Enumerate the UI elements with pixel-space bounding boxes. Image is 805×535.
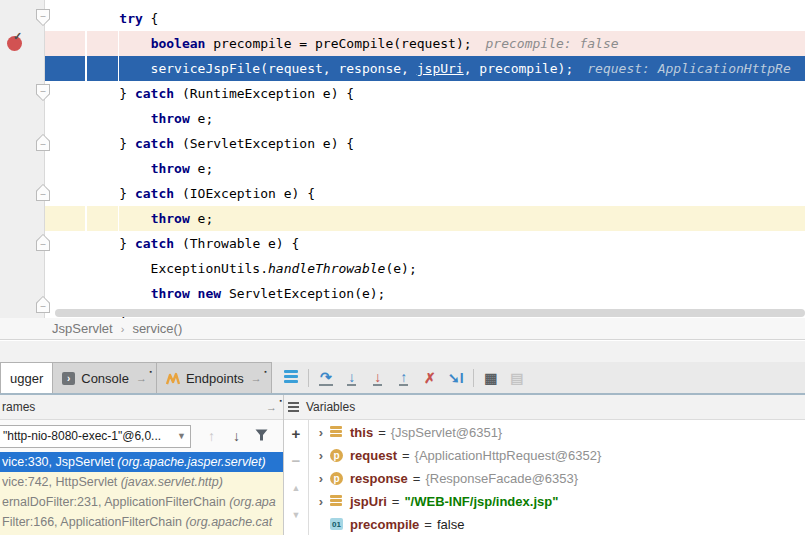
code-line[interactable]: boolean precompile = preCompile(request)… [88,31,805,56]
code-line[interactable]: throw e; [88,156,805,181]
hamburger-menu-icon[interactable] [278,368,304,388]
fold-marker-icon[interactable]: – [36,84,50,101]
fold-marker-icon[interactable]: – [36,234,50,251]
stack-frame-row[interactable]: Filter:166, ApplicationFilterChain (org.… [0,512,283,532]
fold-marker-icon[interactable]: – [36,134,50,151]
code-text: boolean [151,36,206,51]
variable-row[interactable]: ›jspUri="/WEB-INF/jsp/index.jsp" [309,490,805,513]
debug-panels: rames →▪ "http-nio-8080-exec-1"@6,0... ▼… [0,395,805,535]
frames-panel: rames →▪ "http-nio-8080-exec-1"@6,0... ▼… [0,395,283,535]
frame-package: (org.apache.jasper.servlet) [117,455,265,469]
breadcrumb-item[interactable]: service() [132,321,182,336]
equals-sign: = [402,448,410,463]
tab-ugger[interactable]: ugger [0,362,53,393]
variable-row[interactable]: ›prequest={ApplicationHttpRequest@6352} [309,444,805,467]
variable-value: {JspServlet@6351} [391,425,503,440]
frame-up-icon[interactable]: ↑ [199,428,224,444]
code-editor[interactable]: ✓ –––––– try { boolean precompile = preC… [0,0,805,318]
expand-chevron-icon[interactable]: › [313,425,329,440]
equals-sign: = [378,425,386,440]
code-text: } [88,236,135,251]
variable-row[interactable]: ›this={JspServlet@6351} [309,421,805,444]
code-line[interactable]: } catch (RuntimeException e) { [88,81,805,106]
tab-console[interactable]: ›Console→▪ [53,362,157,393]
equals-sign: = [392,494,400,509]
thread-selector-dropdown[interactable]: "http-nio-8080-exec-1"@6,0... ▼ [0,425,191,448]
navigate-up-icon[interactable]: ▲ [284,474,308,501]
code-text: catch [135,136,174,151]
stack-frame-row[interactable]: vice:742, HttpServlet (javax.servlet.htt… [0,472,283,492]
navigate-down-icon[interactable]: ▼ [284,501,308,528]
variable-row[interactable]: 01precompile=false [309,513,805,535]
code-text: handleThrowable [268,261,385,276]
layout-settings-icon[interactable]: ▤ [504,370,530,386]
breadcrumb-item[interactable]: JspServlet [52,321,113,336]
stack-frame-row[interactable]: vice:330, JspServlet (org.apache.jasper.… [0,452,283,472]
stack-frame-row[interactable]: ernalDoFilter:231, ApplicationFilterChai… [0,492,283,512]
add-watch-icon[interactable]: + [284,420,308,447]
code-line[interactable]: throw new ServletException(e); [88,281,805,306]
code-line[interactable]: throw e; [88,206,805,231]
variable-value: false [437,517,464,532]
code-text: (ServletException e) { [174,136,354,151]
tab-label: Endpoints [186,371,244,386]
variables-panel-header: Variables [284,395,805,420]
step-out-icon[interactable]: ↑ [391,369,417,386]
code-text: ServletException(e); [221,286,385,301]
code-text: throw [151,161,190,176]
frame-down-icon[interactable]: ↓ [224,428,249,444]
variable-name: precompile [350,517,419,532]
code-line[interactable]: try { [88,6,805,31]
fold-marker-icon[interactable]: – [36,296,50,313]
frames-panel-header: rames →▪ [0,395,283,420]
force-step-into-icon[interactable]: ↓ [365,369,391,386]
tab-endpoints[interactable]: Endpoints→▪ [157,362,272,393]
code-line[interactable]: } catch (Throwable e) { [88,231,805,256]
frame-package: (javax.servlet.http) [121,475,223,489]
code-text: e; [190,161,213,176]
expand-chevron-icon[interactable]: › [313,471,329,486]
tab-dock-indicator-icon: →▪ [136,372,147,384]
variable-name: this [350,425,373,440]
variable-name: request [350,448,397,463]
remove-watch-icon[interactable]: − [284,447,308,474]
frame-package: (org.apa [229,495,276,509]
code-text [88,111,151,126]
step-over-icon[interactable]: ↷ [313,369,339,386]
code-text: new [198,286,221,301]
field-icon [329,495,344,508]
expand-chevron-icon[interactable]: › [313,448,329,463]
frame-location: ernalDoFilter:231, ApplicationFilterChai… [2,495,229,509]
code-line[interactable]: ExceptionUtils.handleThrowable(e); [88,256,805,281]
code-text: throw [151,286,190,301]
frame-location: Filter:166, ApplicationFilterChain [2,515,185,529]
frames-header-arrow-icon[interactable]: →▪ [266,401,277,413]
fold-marker-icon[interactable]: – [36,184,50,201]
param-icon: p [329,472,344,485]
expand-chevron-icon[interactable]: › [313,494,329,509]
variables-menu-icon[interactable] [288,400,299,414]
code-text: } [88,86,135,101]
evaluate-expression-icon[interactable]: ▦ [478,370,504,386]
filter-frames-icon[interactable] [249,428,274,444]
code-line[interactable]: } catch (ServletException e) { [88,131,805,156]
variable-row[interactable]: ›presponse={ResponseFacade@6353} [309,467,805,490]
code-text: throw [151,111,190,126]
fold-marker-icon[interactable]: – [36,9,50,26]
code-text: (IOException e) { [174,186,315,201]
editor-horizontal-scrollbar[interactable] [55,309,805,317]
param-icon: p [329,449,344,462]
variable-value: {ApplicationHttpRequest@6352} [415,448,602,463]
code-text: { [143,11,159,26]
run-to-cursor-icon[interactable]: ➘I [443,370,469,386]
step-into-icon[interactable]: ↓ [339,369,365,386]
drop-frame-icon[interactable]: ✗ [417,370,443,386]
code-text: jspUri [417,61,464,76]
code-line[interactable]: } catch (IOException e) { [88,181,805,206]
code-line[interactable]: throw e; [88,106,805,131]
editor-gutter[interactable]: ✓ [0,0,45,318]
code-text: } [88,186,135,201]
code-text: catch [135,86,174,101]
thread-selector-value: "http-nio-8080-exec-1"@6,0... [3,429,161,443]
code-line[interactable]: serviceJspFile(request, response, jspUri… [88,56,805,81]
